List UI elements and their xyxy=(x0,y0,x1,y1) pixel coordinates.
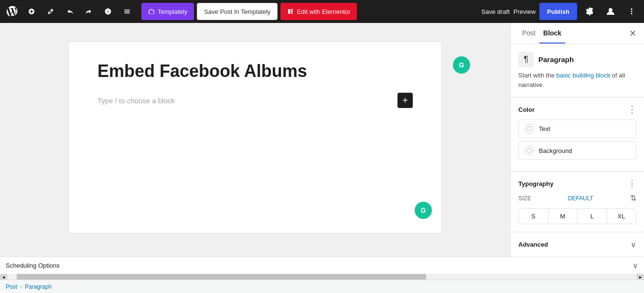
save-post-templately-button[interactable]: Save Post In Templately xyxy=(197,3,278,20)
panel-close-button[interactable]: ✕ xyxy=(629,28,636,39)
size-label: SIZE xyxy=(518,195,531,202)
breadcrumb-separator: › xyxy=(20,283,22,290)
panel-tabs: Post Block ✕ xyxy=(511,23,644,44)
text-color-option[interactable]: Text xyxy=(518,119,636,138)
edit-with-elementor-button[interactable]: Edit with Elementor xyxy=(280,3,357,20)
scrollbar-thumb[interactable] xyxy=(17,274,426,280)
toolbar-left xyxy=(4,3,136,20)
advanced-title: Advanced xyxy=(518,241,548,248)
color-section-title: Color xyxy=(518,106,535,113)
text-color-label: Text xyxy=(539,125,550,132)
editor-content: G Embed Facebook Albums Type / to choose… xyxy=(69,42,441,233)
paragraph-desc: Start with the basic building block of a… xyxy=(518,71,636,89)
advanced-chevron-icon: ∨ xyxy=(631,240,636,249)
toolbar-right: Save draft Preview Publish xyxy=(482,3,640,20)
typography-more-button[interactable]: ⋮ xyxy=(628,179,636,188)
grammarly-icon-2[interactable]: G xyxy=(415,202,432,219)
background-color-label: Background xyxy=(539,147,572,154)
list-view-button[interactable] xyxy=(118,3,136,20)
size-adjust-icon[interactable]: ⇅ xyxy=(630,194,636,203)
tab-post[interactable]: Post xyxy=(518,23,539,43)
grammarly-icon[interactable]: G xyxy=(453,56,470,74)
color-section: Color ⋮ Text Background xyxy=(511,98,644,172)
paragraph-header: ¶ Paragraph xyxy=(518,52,636,67)
svg-point-5 xyxy=(631,9,632,10)
breadcrumb-post[interactable]: Post xyxy=(6,283,17,290)
advanced-section: Advanced ∨ xyxy=(511,232,644,257)
paragraph-icon: ¶ xyxy=(518,52,534,67)
wp-logo[interactable] xyxy=(4,3,21,20)
main-area: G Embed Facebook Albums Type / to choose… xyxy=(0,23,644,257)
typography-section: Typography ⋮ SIZE DEFAULT ⇅ S M L XL xyxy=(511,172,644,232)
svg-point-6 xyxy=(631,11,632,12)
advanced-header[interactable]: Advanced ∨ xyxy=(518,240,636,249)
add-block-button[interactable]: + xyxy=(397,93,413,108)
undo-button[interactable] xyxy=(61,3,78,20)
block-placeholder-area[interactable]: Type / to choose a block + xyxy=(97,93,413,108)
add-block-toolbar-button[interactable] xyxy=(23,3,40,20)
svg-rect-2 xyxy=(291,11,293,12)
templately-button[interactable]: Templately xyxy=(141,3,194,20)
right-panel: Post Block ✕ ¶ Paragraph Start with the … xyxy=(510,23,644,257)
color-section-header: Color ⋮ xyxy=(518,105,636,114)
redo-button[interactable] xyxy=(80,3,97,20)
size-xl-button[interactable]: XL xyxy=(607,209,636,224)
typography-title: Typography xyxy=(518,180,553,187)
breadcrumb-bar: Post › Paragraph xyxy=(0,280,644,293)
typography-section-header: Typography ⋮ xyxy=(518,179,636,188)
editor-canvas[interactable]: G Embed Facebook Albums Type / to choose… xyxy=(0,23,510,257)
info-button[interactable] xyxy=(99,3,117,20)
svg-rect-3 xyxy=(291,13,293,14)
background-color-option[interactable]: Background xyxy=(518,141,636,160)
background-color-circle xyxy=(525,146,534,155)
tab-block[interactable]: Block xyxy=(539,23,565,43)
placeholder-text: Type / to choose a block xyxy=(97,97,392,105)
size-value: DEFAULT xyxy=(568,195,593,202)
more-options-button[interactable] xyxy=(623,3,640,20)
horizontal-scrollbar[interactable]: ◂ ▸ xyxy=(0,274,644,280)
scheduling-chevron-icon[interactable]: ∨ xyxy=(633,261,638,270)
edit-mode-button[interactable] xyxy=(42,3,59,20)
post-title[interactable]: Embed Facebook Albums xyxy=(97,61,413,81)
svg-point-4 xyxy=(609,8,612,12)
scheduling-options-label: Scheduling Options xyxy=(6,262,633,269)
paragraph-section: ¶ Paragraph Start with the basic buildin… xyxy=(511,44,644,98)
paragraph-title: Paragraph xyxy=(538,55,574,64)
save-draft-button[interactable]: Save draft xyxy=(482,8,510,15)
size-buttons: S M L XL xyxy=(518,208,636,224)
user-avatar-button[interactable] xyxy=(602,3,619,20)
preview-button[interactable]: Preview xyxy=(514,8,536,15)
size-m-button[interactable]: M xyxy=(548,209,578,224)
color-more-button[interactable]: ⋮ xyxy=(628,105,636,114)
scrollbar-track[interactable] xyxy=(7,274,637,280)
svg-rect-0 xyxy=(288,9,290,14)
svg-rect-1 xyxy=(291,9,293,11)
size-l-button[interactable]: L xyxy=(578,209,607,224)
text-color-circle xyxy=(525,124,534,133)
scheduling-bar: Scheduling Options ∨ xyxy=(0,257,644,274)
breadcrumb-paragraph[interactable]: Paragraph xyxy=(25,283,52,290)
main-toolbar: Templately Save Post In Templately Edit … xyxy=(0,0,644,23)
publish-button[interactable]: Publish xyxy=(539,3,577,20)
size-s-button[interactable]: S xyxy=(519,209,548,224)
size-row: SIZE DEFAULT ⇅ xyxy=(518,194,636,203)
svg-point-7 xyxy=(631,13,632,14)
settings-button[interactable] xyxy=(581,3,598,20)
